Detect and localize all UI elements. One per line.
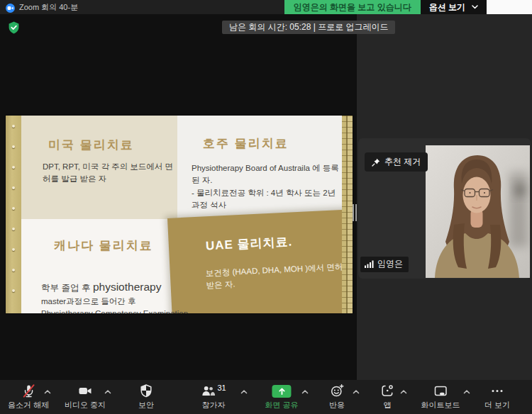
viewing-screen-banner: 임영은의 화면을 보고 있습니다: [284, 0, 421, 14]
canada-body-rest: master과정으로 들어간 후 Physiotherapy Competenc…: [41, 296, 189, 314]
apps-label: 앱: [384, 400, 392, 410]
security-button[interactable]: 보안: [138, 384, 154, 410]
zoom-meeting-window: Zoom 회의 40-분 임영은의 화면을 보고 있습니다 옵션 보기 남은 회…: [0, 0, 532, 414]
meeting-timer-upgrade-banner[interactable]: 남은 회의 시간: 05:28 | 프로로 업그레이드: [222, 21, 395, 34]
slide-card-uae: UAE 물리치료. 보건청 (HAAD, DHA, MOH )에서 면허를 발부…: [167, 208, 353, 313]
usa-card-title: 미국 물리치료: [48, 137, 134, 153]
more-label: 더 보기: [484, 400, 510, 410]
canada-body-lead-korean: 학부 졸업 후: [41, 283, 93, 293]
reactions-button[interactable]: 반응: [329, 384, 345, 410]
security-label: 보안: [138, 400, 154, 410]
australia-card-body: Physiotherapy Board of Austraila 에 등록된 자…: [192, 162, 339, 211]
microphone-muted-icon: [21, 384, 36, 398]
reactions-icon: [330, 384, 344, 398]
slide-ruler-edge: [342, 116, 353, 313]
unmute-label: 음소거 해제: [8, 400, 49, 410]
slide-binding-strip: [6, 116, 21, 313]
participant-video-image: [426, 145, 530, 278]
canada-card-body: 학부 졸업 후 physiotherapy master과정으로 들어간 후 P…: [41, 267, 189, 313]
whiteboard-icon: [433, 384, 448, 398]
whiteboard-label: 화이트보드: [421, 400, 460, 410]
zoom-logo-icon: [6, 3, 15, 12]
participant-name-tag: 임영은: [360, 257, 409, 272]
share-screen-icon: [272, 385, 292, 398]
more-button[interactable]: 더 보기: [484, 384, 510, 410]
title-bar: Zoom 회의 40-분 임영은의 화면을 보고 있습니다 옵션 보기: [0, 0, 532, 14]
connection-signal-icon: [365, 260, 374, 268]
audio-options-chevron-icon[interactable]: [44, 389, 51, 394]
window-title: Zoom 회의 40-분: [19, 2, 78, 13]
remove-pin-label: 추천 제거: [384, 156, 421, 168]
stop-video-label: 비디오 중지: [65, 400, 106, 410]
apps-button[interactable]: 앱: [380, 384, 394, 410]
reactions-label: 반응: [329, 400, 345, 410]
canada-card-title: 캐나다 물리치료: [54, 237, 153, 254]
meeting-toolbar: 음소거 해제 비디오 중지 보안 31: [0, 380, 532, 414]
participants-label: 참가자: [202, 400, 226, 410]
video-camera-icon: [77, 384, 93, 398]
apps-icon: [380, 384, 394, 398]
titlebar-white-strip: [487, 0, 532, 14]
uae-card-body: 보건청 (HAAD, DHA, MOH )에서 면허를 발부 받은 자.: [205, 259, 353, 292]
security-shield-icon: [139, 384, 153, 398]
participants-button[interactable]: 31 참가자: [201, 384, 226, 410]
uae-card-title: UAE 물리치료.: [205, 233, 292, 254]
participants-count-badge: 31: [217, 384, 226, 392]
more-icon: [489, 384, 505, 398]
pin-icon: [372, 158, 380, 167]
unmute-button[interactable]: 음소거 해제: [8, 384, 49, 410]
reactions-options-chevron-icon[interactable]: [353, 389, 360, 394]
remove-pin-button[interactable]: 추천 제거: [365, 152, 428, 172]
meeting-content-area: 남은 회의 시간: 05:28 | 프로로 업그레이드 미국 물리치료 DPT,…: [0, 14, 532, 380]
australia-card-title: 호주 물리치료: [203, 135, 289, 152]
view-options-label: 옵션 보기: [429, 1, 465, 13]
participants-options-chevron-icon[interactable]: [240, 389, 248, 394]
floating-video-panel: 추천 제거: [358, 138, 531, 279]
view-options-button[interactable]: 옵션 보기: [421, 0, 487, 14]
chevron-down-icon: [472, 5, 478, 9]
participants-icon: [201, 384, 215, 398]
share-screen-label: 화면 공유: [265, 400, 298, 410]
share-options-chevron-icon[interactable]: [301, 389, 309, 394]
whiteboard-button[interactable]: 화이트보드: [421, 384, 460, 410]
video-options-chevron-icon[interactable]: [104, 389, 111, 394]
whiteboard-options-chevron-icon[interactable]: [463, 389, 470, 394]
encryption-shield-icon[interactable]: [9, 21, 19, 37]
share-screen-button[interactable]: 화면 공유: [265, 384, 298, 410]
stop-video-button[interactable]: 비디오 중지: [65, 384, 106, 410]
apps-options-chevron-icon[interactable]: [400, 389, 407, 394]
participant-video-tile[interactable]: [426, 145, 530, 278]
presentation-slide: 미국 물리치료 DPT, RPT, 미국 각 주의 보드에서 면허를 발급 받은…: [6, 116, 353, 313]
usa-card-body: DPT, RPT, 미국 각 주의 보드에서 면허를 발급 받은 자: [43, 161, 174, 186]
canada-body-lead-english: physiotherapy: [93, 281, 162, 293]
video-panel-drag-handle[interactable]: [353, 204, 357, 221]
participant-name: 임영은: [377, 258, 403, 270]
